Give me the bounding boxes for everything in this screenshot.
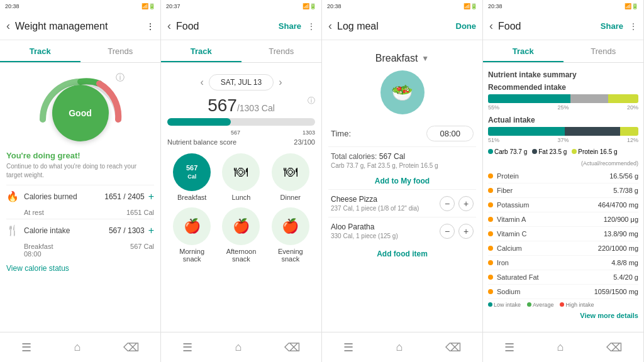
view-calorie-status-link[interactable]: View calorie status bbox=[6, 264, 154, 273]
gauge-circle: Good bbox=[52, 85, 109, 141]
menu-icon-1[interactable]: ☰ bbox=[21, 341, 31, 354]
act-label-2: 37% bbox=[557, 137, 569, 143]
header-actions-4: Share ⋮ bbox=[601, 21, 637, 31]
decrease-btn-2[interactable]: − bbox=[440, 224, 455, 239]
home-icon-2[interactable]: ⌂ bbox=[235, 341, 242, 354]
vitamina-value: 120/900 μg bbox=[604, 216, 638, 223]
status-icons-4: 📶🔋 bbox=[625, 3, 638, 9]
macros-row: Carb 73.7 g Fat 23.5 g Protein 16.5 g bbox=[488, 148, 638, 155]
dinner-icon: 🍽 bbox=[272, 153, 309, 191]
home-icon-1[interactable]: ⌂ bbox=[74, 341, 81, 354]
info-icon-2[interactable]: ⓘ bbox=[308, 96, 315, 106]
menu-btn-4[interactable]: ⋮ bbox=[630, 22, 637, 31]
menu-btn-2[interactable]: ⋮ bbox=[308, 22, 315, 31]
at-rest-row: At rest 1651 Cal bbox=[6, 207, 154, 219]
decrease-btn-1[interactable]: − bbox=[440, 196, 455, 211]
score-value: 23/100 bbox=[294, 138, 315, 146]
evening-snack-circle[interactable]: 🍎 Eveningsnack bbox=[272, 207, 309, 263]
actual-bar-row: 51% 37% 12% bbox=[488, 127, 638, 143]
breakfast-circle[interactable]: 567Cal Breakfast bbox=[173, 153, 211, 201]
view-more-details-link[interactable]: View more details bbox=[488, 308, 638, 319]
total-calories-text: Total calories: 567 Cal bbox=[328, 147, 476, 162]
header-1: ‹ Weight management ⋮ bbox=[0, 13, 160, 40]
score-label: Nutrient balance score bbox=[167, 138, 236, 146]
tabs-2: Track Trends bbox=[161, 40, 321, 63]
back-icon-3[interactable]: ⌫ bbox=[445, 341, 461, 354]
calories-burned-add[interactable]: + bbox=[148, 191, 154, 202]
gauge-container: ⓘ Good bbox=[6, 69, 154, 151]
back-icon-2[interactable]: ⌫ bbox=[284, 341, 300, 354]
header-4: ‹ Food Share ⋮ bbox=[483, 13, 643, 40]
prev-date-btn[interactable]: ‹ bbox=[200, 77, 203, 88]
menu-btn-1[interactable]: ⋮ bbox=[147, 22, 154, 31]
calories-max: /1303 Cal bbox=[237, 103, 275, 113]
back-btn-2[interactable]: ‹ bbox=[167, 19, 171, 33]
breakfast-row: Breakfast08:00 567 Cal bbox=[6, 241, 154, 260]
lunch-circle[interactable]: 🍽 Lunch bbox=[222, 153, 260, 201]
morning-snack-circle[interactable]: 🍎 Morningsnack bbox=[173, 207, 211, 263]
back-btn-4[interactable]: ‹ bbox=[489, 19, 493, 33]
lunch-label: Lunch bbox=[231, 194, 250, 201]
next-date-btn[interactable]: › bbox=[279, 77, 282, 88]
actual-recommended-label: (Actual/recommended) bbox=[488, 160, 638, 167]
menu-icon-4[interactable]: ☰ bbox=[504, 341, 514, 354]
back-icon-1[interactable]: ⌫ bbox=[123, 341, 139, 354]
sodium-value: 1059/1500 mg bbox=[594, 288, 638, 295]
afternoon-snack-circle[interactable]: 🍎 Afternoonsnack bbox=[222, 207, 260, 263]
info-icon[interactable]: ⓘ bbox=[116, 72, 125, 84]
food-info-1: Cheese Pizza 237 Cal, 1 piece (1/8 of 12… bbox=[331, 195, 440, 212]
menu-icon-3[interactable]: ☰ bbox=[343, 341, 353, 354]
share-btn-4[interactable]: Share bbox=[601, 21, 623, 31]
done-btn[interactable]: Done bbox=[456, 21, 477, 31]
back-btn-1[interactable]: ‹ bbox=[6, 19, 10, 33]
log-meal-panel: 20:38 📶🔋 ‹ Log meal Done Breakfast ▼ 🥗 T… bbox=[322, 0, 483, 362]
home-icon-3[interactable]: ⌂ bbox=[396, 341, 403, 354]
time-3: 20:38 bbox=[327, 3, 341, 9]
afternoon-snack-label: Afternoonsnack bbox=[226, 248, 257, 263]
great-sub: Continue to do what you're doing to reac… bbox=[6, 162, 154, 180]
add-to-my-food-btn[interactable]: Add to My food bbox=[328, 173, 476, 189]
home-icon-4[interactable]: ⌂ bbox=[557, 341, 564, 354]
nutrient-row-iron: Iron 4.8/8 mg bbox=[488, 256, 638, 270]
recommended-bar-row: 55% 25% 20% bbox=[488, 94, 638, 111]
food-controls-2: − + bbox=[440, 224, 474, 239]
tab-track-1[interactable]: Track bbox=[0, 40, 80, 62]
progress-max-label: 1303 bbox=[303, 129, 315, 136]
calorie-intake-add[interactable]: + bbox=[148, 225, 154, 236]
time-value[interactable]: 08:00 bbox=[426, 126, 474, 141]
protein-dot bbox=[572, 149, 577, 154]
back-icon-4[interactable]: ⌫ bbox=[606, 341, 622, 354]
calories-current: 567 bbox=[208, 96, 237, 115]
nutrient-row-vitaminc: Vitamin C 13.8/90 mg bbox=[488, 227, 638, 241]
tab-trends-1[interactable]: Trends bbox=[80, 40, 161, 62]
calories-burned-label: Calories burned bbox=[24, 192, 104, 201]
food-detail-2: 330 Cal, 1 piece (125 g) bbox=[331, 233, 440, 239]
header-2: ‹ Food Share ⋮ bbox=[161, 13, 321, 40]
fat-dot bbox=[532, 149, 537, 154]
recommended-bar-labels: 55% 25% 20% bbox=[488, 104, 638, 111]
dinner-circle[interactable]: 🍽 Dinner bbox=[272, 153, 309, 201]
meal-type-selector[interactable]: Breakfast ▼ bbox=[375, 53, 429, 64]
menu-icon-2[interactable]: ☰ bbox=[182, 341, 192, 354]
fire-icon: 🔥 bbox=[6, 190, 19, 202]
macro-summary: Carb 73.7 g, Fat 23.5 g, Protein 16.5 g bbox=[328, 162, 476, 173]
tab-trends-2[interactable]: Trends bbox=[242, 40, 322, 62]
vitaminc-name: Vitamin C bbox=[497, 230, 604, 238]
increase-btn-2[interactable]: + bbox=[458, 224, 474, 239]
nutrient-score-row: Nutrient balance score 23/100 bbox=[167, 138, 315, 146]
tab-track-4[interactable]: Track bbox=[483, 40, 564, 62]
status-icons-1: 📶🔋 bbox=[142, 3, 155, 9]
tab-trends-4[interactable]: Trends bbox=[564, 40, 644, 62]
calories-burned-value: 1651 / 2405 bbox=[104, 192, 144, 201]
add-food-item-btn[interactable]: Add food item bbox=[328, 244, 476, 263]
iron-value: 4.8/8 mg bbox=[611, 259, 638, 266]
tab-track-2[interactable]: Track bbox=[161, 40, 242, 62]
food-controls-1: − + bbox=[440, 196, 474, 211]
share-btn-2[interactable]: Share bbox=[279, 21, 301, 31]
intake-legend: Low intake Average High intake bbox=[488, 302, 638, 308]
time-1: 20:38 bbox=[5, 3, 19, 9]
back-btn-3[interactable]: ‹ bbox=[328, 19, 332, 33]
actual-bar-labels: 51% 37% 12% bbox=[488, 137, 638, 143]
vitaminc-dot bbox=[488, 231, 493, 236]
increase-btn-1[interactable]: + bbox=[458, 196, 474, 211]
